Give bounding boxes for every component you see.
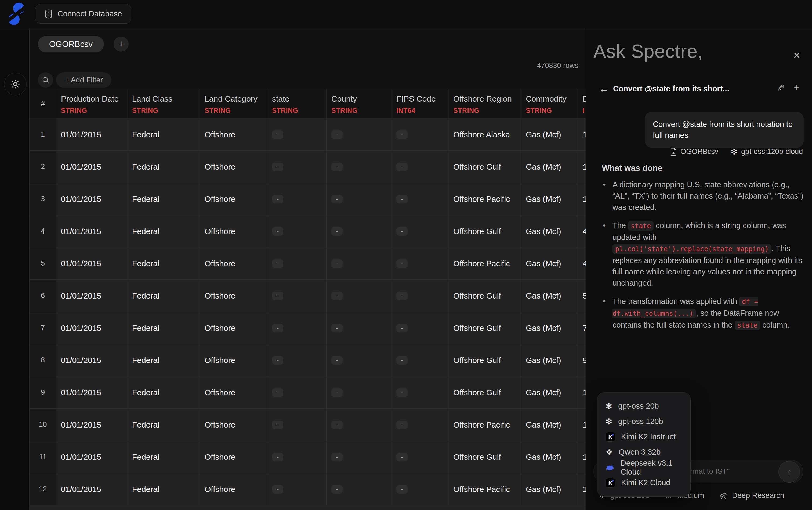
cell-fips: -	[391, 312, 448, 344]
cell-county: -	[327, 441, 391, 473]
cell-last: 11	[578, 441, 586, 473]
column-header-land-class[interactable]: Land ClassSTRING	[127, 89, 200, 118]
cell-region: Offshore Pacific	[448, 473, 521, 505]
column-header-land-category[interactable]: Land CategorySTRING	[200, 89, 267, 118]
cell-fips: -	[391, 248, 448, 279]
cell-land_class: Federal	[127, 376, 200, 408]
context-tag-label: gpt-oss:120b-cloud	[741, 147, 803, 156]
cell-region: Offshore Alaska	[448, 118, 521, 150]
connect-database-label: Connect Database	[57, 9, 122, 18]
edit-icon[interactable]: ✎	[777, 83, 785, 93]
back-arrow-icon[interactable]: ←	[599, 83, 609, 94]
telescope-icon	[719, 491, 728, 500]
table-row[interactable]: 201/01/2015FederalOffshore---Offshore Gu…	[30, 151, 586, 183]
cell-land_class: Federal	[127, 409, 200, 441]
column-header-offshore-region[interactable]: Offshore RegionSTRING	[448, 89, 521, 118]
cell-state: -	[267, 118, 327, 150]
cell-commodity: Gas (Mcf)	[521, 409, 578, 441]
table-row[interactable]: 501/01/2015FederalOffshore---Offshore Pa…	[30, 248, 586, 280]
table-row[interactable]: 801/01/2015FederalOffshore---Offshore Gu…	[30, 344, 586, 376]
theme-toggle-button[interactable]	[4, 73, 27, 95]
table-row[interactable]: 701/01/2015FederalOffshore---Offshore Gu…	[30, 312, 586, 344]
spectre-logo	[7, 3, 25, 25]
table-row[interactable]: 401/01/2015FederalOffshore---Offshore Gu…	[30, 215, 586, 248]
cell-land_class: Federal	[127, 151, 200, 183]
send-button[interactable]: ↑	[778, 461, 800, 483]
sun-icon	[10, 79, 21, 90]
cell-land_class: Federal	[127, 312, 200, 344]
add-tab-button[interactable]: +	[114, 36, 129, 52]
column-name: #	[41, 100, 45, 108]
cell-state: -	[267, 376, 327, 408]
model-option-deepseek-v3-1-cloud[interactable]: Deepseek v3.1 Cloud	[597, 460, 690, 475]
model-option-kimi-k2-cloud[interactable]: KKimi K2 Cloud	[597, 475, 690, 490]
cell-fips: -	[391, 473, 448, 505]
column-type: STRING	[526, 107, 578, 114]
column-name: Land Category	[205, 94, 267, 104]
table-row[interactable]: 1101/01/2015FederalOffshore---Offshore G…	[30, 441, 586, 473]
new-chat-icon[interactable]: +	[793, 82, 799, 93]
column-type: I	[583, 107, 586, 114]
cell-region: Offshore Gulf	[448, 215, 521, 247]
cell-land_class: Federal	[127, 344, 200, 376]
null-value-pill: -	[272, 195, 283, 203]
null-value-pill: -	[272, 163, 283, 171]
panel-title: Ask Spectre,	[594, 40, 703, 62]
add-filter-button[interactable]: + Add Filter	[56, 72, 112, 88]
qwen-icon: ❖	[605, 448, 613, 456]
close-icon[interactable]: ✕	[793, 50, 801, 61]
model-option-gpt-oss-120b[interactable]: ✻gpt-oss 120b	[597, 414, 690, 429]
table-row[interactable]: 1201/01/2015FederalOffshore---Offshore P…	[30, 473, 586, 505]
deep-research-toggle[interactable]: Deep Research	[719, 491, 784, 500]
search-button[interactable]	[38, 72, 53, 88]
column-type: STRING	[132, 107, 200, 114]
table-body: 101/01/2015FederalOffshore---Offshore Al…	[30, 118, 586, 510]
table-row[interactable]: 601/01/2015FederalOffshore---Offshore Gu…	[30, 280, 586, 312]
cell-state: -	[267, 280, 327, 312]
table-row[interactable]: 101/01/2015FederalOffshore---Offshore Al…	[30, 118, 586, 151]
column-header-fips-code[interactable]: FIPS CodeINT64	[391, 89, 448, 118]
row-count-label: 470830 rows	[537, 61, 578, 70]
column-type: STRING	[205, 107, 267, 114]
table-row[interactable]: 1001/01/2015FederalOffshore---Offshore P…	[30, 409, 586, 441]
cell-commodity: Gas (Mcf)	[521, 312, 578, 344]
cell-land_category: Offshore	[200, 183, 267, 215]
null-value-pill: -	[396, 324, 408, 332]
null-value-pill: -	[331, 195, 342, 203]
column-header-county[interactable]: CountySTRING	[327, 89, 391, 118]
column-type: STRING	[331, 107, 391, 114]
column-header-state[interactable]: stateSTRING	[267, 89, 327, 118]
model-option-label: Deepseek v3.1 Cloud	[621, 459, 682, 476]
answer-bullet: The transformation was applied with df =…	[602, 295, 805, 331]
column-type: INT64	[396, 107, 448, 114]
cell-region: Offshore Gulf	[448, 280, 521, 312]
cell-county: -	[327, 376, 391, 408]
null-value-pill: -	[272, 356, 283, 365]
bullet-text: column.	[760, 320, 790, 329]
column-header-production-date[interactable]: Production DateSTRING	[56, 89, 127, 118]
cell-land_category: Offshore	[200, 344, 267, 376]
cell-date: 01/01/2015	[56, 118, 127, 150]
cell-date: 01/01/2015	[56, 280, 127, 312]
column-header--[interactable]: #	[30, 89, 56, 118]
cell-last: 10	[578, 409, 586, 441]
model-option-kimi-k2-instruct[interactable]: KKimi K2 Instruct	[597, 429, 690, 445]
column-name: Land Class	[132, 94, 200, 104]
column-header-commodity[interactable]: CommoditySTRING	[521, 89, 578, 118]
cell-state: -	[267, 312, 327, 344]
cell-n: 4	[30, 215, 56, 247]
column-header-d[interactable]: DI	[578, 89, 586, 118]
model-option-qwen-3-32b[interactable]: ❖Qwen 3 32b	[597, 445, 690, 460]
cell-land_class: Federal	[127, 248, 200, 279]
table-row[interactable]: 901/01/2015FederalOffshore---Offshore Gu…	[30, 376, 586, 409]
model-option-gpt-oss-20b[interactable]: ✻gpt-oss 20b	[597, 398, 690, 414]
column-name: D	[583, 94, 586, 104]
tab-ogorbcsv[interactable]: OGORBcsv	[38, 36, 104, 52]
table-row[interactable]: 301/01/2015FederalOffshore---Offshore Pa…	[30, 183, 586, 215]
connect-database-button[interactable]: Connect Database	[35, 4, 131, 24]
table-header: #Production DateSTRINGLand ClassSTRINGLa…	[30, 89, 586, 118]
cell-n: 10	[30, 409, 56, 441]
cell-last: 1	[578, 183, 586, 215]
cell-fips: -	[391, 344, 448, 376]
cell-county: -	[327, 409, 391, 441]
